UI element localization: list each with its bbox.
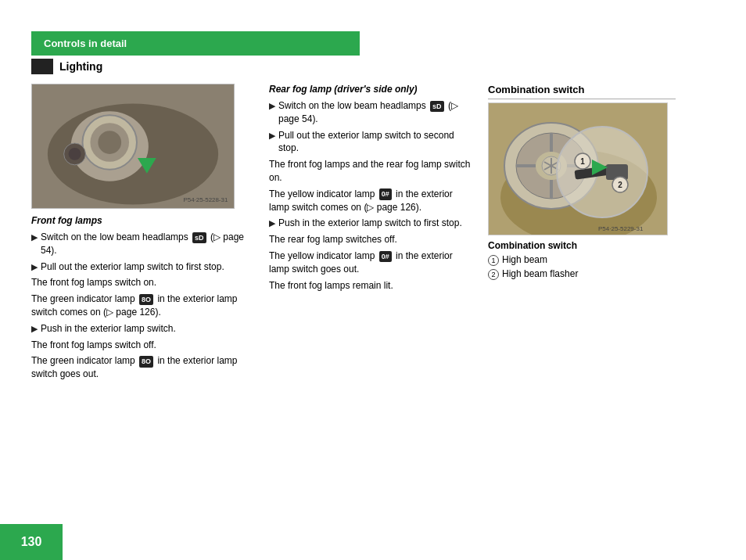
mid-bullet-3-text: Push in the exterior lamp switch to firs… [278, 217, 472, 230]
mid-bullet-1: ▶ Switch on the low beam headlamps sD (▷… [269, 99, 472, 126]
section-title-accent [31, 59, 53, 74]
combo-num-2: 2 [488, 269, 499, 280]
mid-para-5: The front fog lamps remain lit. [269, 279, 472, 293]
svg-text:P54·25-5229-31: P54·25-5229-31 [598, 225, 644, 232]
badge-yellow-2: 0# [379, 251, 392, 263]
mid-bullet-2: ▶ Pull out the exterior lamp switch to s… [269, 129, 472, 156]
left-bullet-2-text: Pull out the exterior lamp switch to fir… [41, 260, 250, 274]
car-image-placeholder: P54·25-5228-31 [32, 84, 234, 208]
combo-svg: 1 2 P54·25-5229-31 [489, 103, 668, 235]
left-para-4: The green indicator lamp 8O in the exter… [31, 354, 250, 381]
left-para-1: The front fog lamps switch on. [31, 276, 250, 289]
bullet-arrow-1: ▶ [31, 232, 38, 257]
bullet-arrow-3: ▶ [31, 323, 38, 336]
mid-bullet-arrow-3: ▶ [269, 217, 275, 230]
left-bullet-3-text: Push in the exterior lamp switch. [41, 322, 250, 336]
badge-yellow-1: 0# [379, 188, 392, 200]
svg-point-5 [98, 131, 121, 154]
svg-text:1: 1 [580, 157, 585, 166]
mid-para-1: The front fog lamps and the rear fog lam… [269, 158, 472, 185]
car-interior-svg: P54·25-5228-31 [32, 84, 234, 209]
section-title-text: Lighting [59, 60, 102, 73]
combo-item-1: 1 High beam [488, 254, 676, 266]
mid-bullet-3: ▶ Push in the exterior lamp switch to fi… [269, 217, 472, 230]
left-para-3: The front fog lamps switch off. [31, 339, 250, 352]
left-bullet-2: ▶ Pull out the exterior lamp switch to f… [31, 260, 250, 274]
left-para-2: The green indicator lamp 8O in the exter… [31, 293, 250, 319]
middle-column: Rear fog lamp (driver's side only) ▶ Swi… [269, 84, 472, 384]
mid-bullet-1-text: Switch on the low beam headlamps sD (▷ p… [278, 99, 472, 126]
combo-switch-sublabel: Combination switch [488, 240, 676, 251]
combination-switch-heading: Combination switch [488, 84, 676, 99]
mid-para-4: The yellow indicator lamp 0# in the exte… [269, 249, 472, 276]
mid-para-3: The rear fog lamp switches off. [269, 233, 472, 246]
car-image: P54·25-5228-31 [31, 84, 235, 209]
svg-text:2: 2 [618, 181, 622, 189]
badge-sd-1: sD [192, 232, 206, 244]
page-number: 130 [0, 524, 63, 560]
right-column: Combination switch [488, 84, 676, 384]
header-bar: Controls in detail [31, 31, 360, 56]
mid-para-2: The yellow indicator lamp 0# in the exte… [269, 188, 472, 214]
combo-label-2: High beam flasher [502, 268, 578, 279]
left-bullet-3: ▶ Push in the exterior lamp switch. [31, 322, 250, 336]
section-title-row: Lighting [31, 59, 746, 74]
combo-item-2: 2 High beam flasher [488, 268, 676, 280]
mid-bullet-2-text: Pull out the exterior lamp switch to sec… [278, 129, 472, 156]
badge-sd-2: sD [430, 101, 444, 113]
badge-green-2: 8O [139, 356, 153, 368]
mid-bullet-arrow-1: ▶ [269, 100, 275, 126]
combination-switch-image: 1 2 P54·25-5229-31 [488, 102, 668, 235]
left-bullet-1-text: Switch on the low beam headlamps sD (▷ p… [41, 231, 250, 257]
badge-green-1: 8O [139, 294, 153, 306]
front-fog-lamps-title: Front fog lamps [31, 215, 250, 226]
mid-bullet-arrow-2: ▶ [269, 130, 275, 156]
bullet-arrow-2: ▶ [31, 261, 38, 274]
svg-text:P54·25-5228-31: P54·25-5228-31 [184, 196, 228, 203]
left-column: P54·25-5228-31 Front fog lamps ▶ Switch … [31, 84, 250, 384]
svg-point-7 [69, 148, 81, 160]
combo-label-1: High beam [502, 254, 547, 265]
left-bullet-1: ▶ Switch on the low beam headlamps sD (▷… [31, 231, 250, 257]
combo-num-1: 1 [488, 255, 499, 266]
main-content: P54·25-5228-31 Front fog lamps ▶ Switch … [31, 84, 730, 384]
rear-fog-lamp-title: Rear fog lamp (driver's side only) [269, 84, 472, 95]
